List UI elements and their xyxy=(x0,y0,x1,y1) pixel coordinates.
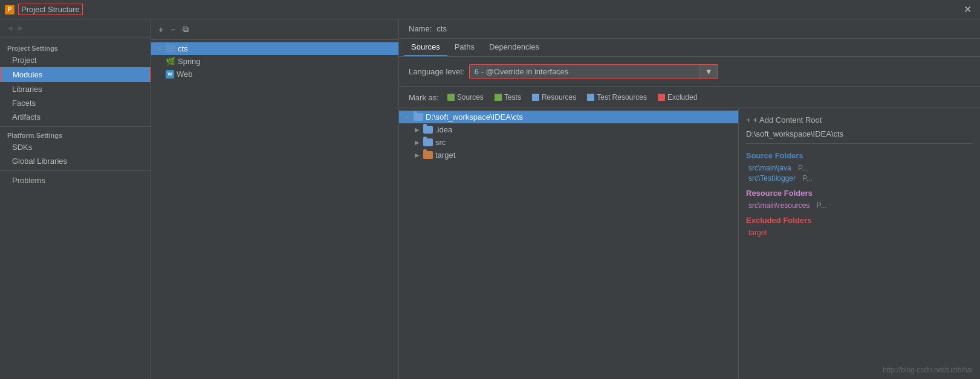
module-tree-content: ▼ cts 🌿 Spring W Web xyxy=(151,40,398,379)
file-tree-target[interactable]: ▶ target xyxy=(399,149,738,161)
resource-folders-title: Resource Folders xyxy=(746,189,973,198)
tab-sources[interactable]: Sources xyxy=(404,39,447,56)
tree-expand-arrow: ▼ xyxy=(156,45,163,52)
source-folder-2-suffix: P... xyxy=(802,174,812,183)
target-folder-icon xyxy=(423,151,433,159)
file-tree: ▼ D:\soft_workspace\IDEA\cts ▶ .idea ▶ s… xyxy=(399,108,738,379)
file-tree-expand-arrow: ▼ xyxy=(404,114,411,120)
sidebar-item-libraries[interactable]: Libraries xyxy=(0,82,151,96)
language-level-label: Language level: xyxy=(409,67,464,76)
sidebar-nav: Project Settings Project Modules Librari… xyxy=(0,37,151,192)
idea-folder-icon xyxy=(423,126,433,134)
copy-module-button[interactable]: ⧉ xyxy=(180,23,191,36)
resource-folder-1: src\main\resources P... xyxy=(746,201,973,210)
excluded-color xyxy=(658,94,665,101)
tab-dependencies[interactable]: Dependencies xyxy=(482,39,547,56)
resources-color xyxy=(532,94,539,101)
tree-item-web[interactable]: W Web xyxy=(151,68,398,80)
window-title: Project Structure xyxy=(18,4,83,15)
tree-item-spring[interactable]: 🌿 Spring xyxy=(151,55,398,68)
tabs-row: Sources Paths Dependencies xyxy=(399,39,980,57)
mark-resources-button[interactable]: Resources xyxy=(530,92,579,103)
info-panel: + + Add Content Root D:\soft_workspace\I… xyxy=(738,108,980,379)
spring-icon: 🌿 xyxy=(166,57,175,66)
language-level-row: Language level: 6 - @Override in interfa… xyxy=(399,57,980,87)
add-module-button[interactable]: + xyxy=(156,24,166,36)
file-tree-idea[interactable]: ▶ .idea xyxy=(399,123,738,136)
mark-as-row: Mark as: Sources Tests Resources Test Re… xyxy=(399,87,980,108)
mark-sources-button[interactable]: Sources xyxy=(445,92,486,103)
sidebar-divider-2 xyxy=(0,170,151,171)
app-icon: P xyxy=(5,5,15,15)
main-container: ◀ ▶ Project Settings Project Modules Lib… xyxy=(0,19,980,379)
file-tree-root[interactable]: ▼ D:\soft_workspace\IDEA\cts xyxy=(399,111,738,123)
mark-test-resources-button[interactable]: Test Resources xyxy=(585,92,649,103)
mark-tests-button[interactable]: Tests xyxy=(492,92,524,103)
add-content-root-button[interactable]: + + Add Content Root xyxy=(746,115,973,125)
sidebar-item-problems[interactable]: Problems xyxy=(0,173,151,187)
sidebar-item-modules[interactable]: Modules xyxy=(0,67,151,82)
source-folder-1: src\main\java P... xyxy=(746,164,973,172)
root-path-display: D:\soft_workspace\IDEA\cts xyxy=(746,129,973,144)
mark-as-label: Mark as: xyxy=(409,93,439,102)
platform-settings-section: Platform Settings xyxy=(0,129,151,140)
sidebar: ◀ ▶ Project Settings Project Modules Lib… xyxy=(0,19,151,379)
src-expand-arrow: ▶ xyxy=(414,139,421,146)
tree-item-cts[interactable]: ▼ cts xyxy=(151,42,398,55)
excluded-folders-title: Excluded Folders xyxy=(746,216,973,225)
file-tree-src[interactable]: ▶ src xyxy=(399,136,738,149)
source-folder-1-suffix: P... xyxy=(798,164,808,172)
content-area: ▼ D:\soft_workspace\IDEA\cts ▶ .idea ▶ s… xyxy=(399,108,980,379)
module-tree-toolbar: + − ⧉ xyxy=(151,19,398,40)
remove-module-button[interactable]: − xyxy=(168,24,178,36)
project-settings-section: Project Settings xyxy=(0,42,151,53)
source-folders-title: Source Folders xyxy=(746,151,973,160)
source-folder-2: src\Test\logger P... xyxy=(746,174,973,183)
mark-excluded-button[interactable]: Excluded xyxy=(655,92,699,103)
watermark: http://blog.csdn.net/tuzihihai xyxy=(883,366,973,374)
sidebar-toolbar: ◀ ▶ xyxy=(0,19,151,37)
title-bar: P Project Structure ✕ xyxy=(0,0,980,19)
resource-folder-1-suffix: P... xyxy=(817,201,826,210)
tests-color xyxy=(495,94,502,101)
root-folder-icon xyxy=(414,113,423,121)
name-label: Name: xyxy=(409,24,432,33)
tab-paths[interactable]: Paths xyxy=(447,39,482,56)
target-expand-arrow: ▶ xyxy=(414,152,421,158)
web-icon: W xyxy=(166,70,174,79)
title-bar-left: P Project Structure xyxy=(5,4,83,15)
back-button[interactable]: ◀ xyxy=(5,23,15,33)
sidebar-divider xyxy=(0,126,151,127)
name-row: Name: cts xyxy=(399,19,980,39)
test-resources-color xyxy=(587,94,594,101)
forward-button[interactable]: ▶ xyxy=(16,23,25,33)
sidebar-item-artifacts[interactable]: Artifacts xyxy=(0,110,151,124)
right-panel: Name: cts Sources Paths Dependencies Lan… xyxy=(399,19,980,379)
module-tree: + − ⧉ ▼ cts 🌿 Spring W Web xyxy=(151,19,399,379)
excluded-folder-1: target xyxy=(746,228,973,237)
language-level-select-wrapper: 6 - @Override in interfaces 7 - Diamonds… xyxy=(469,64,718,79)
folder-icon xyxy=(166,45,175,53)
idea-expand-arrow: ▶ xyxy=(414,126,421,133)
sources-color xyxy=(447,94,455,101)
sidebar-item-global-libraries[interactable]: Global Libraries xyxy=(0,154,151,168)
module-name-value: cts xyxy=(436,24,447,33)
close-button[interactable]: ✕ xyxy=(960,2,975,16)
language-level-select[interactable]: 6 - @Override in interfaces 7 - Diamonds… xyxy=(470,65,699,79)
sidebar-item-sdks[interactable]: SDKs xyxy=(0,140,151,154)
language-level-dropdown-arrow[interactable]: ▼ xyxy=(699,65,718,79)
src-folder-icon xyxy=(423,138,433,146)
sidebar-item-project[interactable]: Project xyxy=(0,53,151,67)
add-icon: + xyxy=(746,115,751,125)
sidebar-item-facets[interactable]: Facets xyxy=(0,96,151,110)
